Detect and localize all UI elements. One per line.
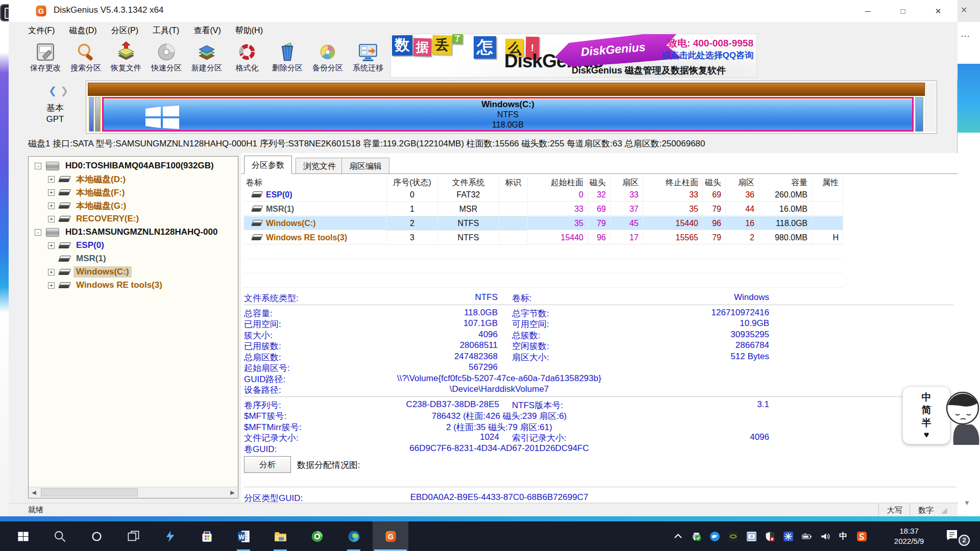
table-header-cell[interactable]: 扇区 <box>726 178 759 188</box>
scrollbar-thumb[interactable] <box>41 488 138 496</box>
table-header-cell[interactable]: 起始柱面 <box>528 178 588 188</box>
background-close-icon[interactable]: ✕ <box>961 5 967 15</box>
expand-toggle-icon[interactable]: + <box>48 203 55 209</box>
table-header-cell[interactable]: 磁头 <box>588 178 610 188</box>
analyze-button[interactable]: 分析 <box>244 456 291 473</box>
taskbar-button[interactable] <box>5 521 41 551</box>
tab[interactable]: 浏览文件 <box>296 158 344 173</box>
table-row[interactable]: Windows(C:) 2 NTFS 35 79 45 15440 96 16 … <box>244 216 843 231</box>
tr-battery-icon[interactable] <box>800 530 813 542</box>
tr-snow-icon[interactable] <box>782 530 794 542</box>
toolbar-button[interactable]: 新建分区 <box>185 40 228 78</box>
tree-item[interactable]: + ESP(0) <box>29 239 238 252</box>
taskbar-button[interactable] <box>79 521 114 551</box>
tab[interactable]: 扇区编辑 <box>341 158 389 173</box>
banner-qq-link[interactable]: 或点击此处选择QQ咨询 <box>635 49 753 61</box>
ime-char[interactable]: 中 <box>922 391 932 404</box>
toolbar-button[interactable]: 保存更改 <box>24 40 67 78</box>
expand-toggle-icon[interactable]: + <box>48 269 55 276</box>
tree-item[interactable]: + 本地磁盘(D:) <box>29 172 238 186</box>
tree-item[interactable]: + 本地磁盘(F:) <box>29 186 238 199</box>
taskbar-button[interactable] <box>189 521 225 551</box>
tree-item[interactable]: + RECOVERY(E:) <box>29 212 238 226</box>
tree-item[interactable]: MSR(1) <box>29 252 238 265</box>
table-header-cell[interactable]: 扇区 <box>610 178 643 188</box>
table-header-cell[interactable]: 属性 <box>812 178 843 188</box>
table-header-cell[interactable]: 序号(状态) <box>387 178 438 188</box>
tr-chevron-icon[interactable] <box>672 530 684 542</box>
tr-bird-icon[interactable] <box>708 530 721 542</box>
table-row[interactable]: ESP(0) 0 FAT32 0 32 33 33 69 36 260.0MB <box>244 188 843 202</box>
table-row[interactable]: MSR(1) 1 MSR 33 69 37 35 79 44 16.0MB <box>244 202 843 216</box>
expand-toggle-icon[interactable]: + <box>48 216 55 222</box>
table-header-cell[interactable]: 磁头 <box>703 178 726 188</box>
toolbar-button[interactable]: 格式化 <box>226 40 268 78</box>
menu-item[interactable]: 工具(T) <box>145 22 186 39</box>
selected-partition-block[interactable]: Windows(C:) NTFS 118.0GB <box>102 97 914 132</box>
tree-item[interactable]: - HD0:TOSHIBAMQ04ABF100(932GB) <box>29 159 238 172</box>
heart-icon[interactable]: ♥ <box>924 429 929 440</box>
expand-toggle-icon[interactable]: + <box>48 282 55 289</box>
tr-nvidia-icon[interactable] <box>727 530 739 542</box>
expand-toggle-icon[interactable]: - <box>35 229 41 236</box>
ime-char[interactable]: 简 <box>922 404 932 416</box>
tree-item[interactable]: + Windows RE tools(3) <box>29 279 238 292</box>
taskbar-button[interactable] <box>299 521 335 551</box>
re-tools-partition-strip[interactable] <box>915 97 923 132</box>
tr-intel-icon[interactable]: i8 <box>745 530 757 542</box>
tr-sogou-icon[interactable] <box>855 530 868 542</box>
toolbar-button[interactable]: 快速分区 <box>145 40 188 78</box>
scroll-left-icon[interactable]: ◀ <box>29 487 39 497</box>
tr-printer-icon[interactable] <box>690 530 702 542</box>
taskbar-button[interactable] <box>262 521 298 551</box>
menu-item[interactable]: 文件(F) <box>21 22 62 39</box>
tree-item[interactable]: - HD1:SAMSUNGMZNLN128HAHQ-000 <box>29 226 238 239</box>
tr-volume-icon[interactable] <box>819 530 831 542</box>
tr-shield-icon[interactable] <box>764 530 776 542</box>
expand-toggle-icon[interactable]: - <box>35 163 41 169</box>
tab[interactable]: 分区参数 <box>244 156 292 174</box>
taskbar-button[interactable] <box>152 521 188 551</box>
ime-sticker[interactable]: 中 简 半 ♥ <box>902 385 980 445</box>
table-header-cell[interactable]: 标识 <box>499 178 528 188</box>
tree-item[interactable]: + 本地磁盘(G:) <box>29 199 238 212</box>
taskbar-button[interactable] <box>42 521 78 551</box>
table-header-cell[interactable]: 终止柱面 <box>643 178 703 188</box>
taskbar-clock[interactable]: 18:37 2022/5/9 <box>881 521 937 551</box>
tree-horizontal-scrollbar[interactable]: ◀ ▶ <box>29 487 238 498</box>
tree-item[interactable]: + Windows(C:) <box>29 265 238 279</box>
toolbar-button[interactable]: 搜索分区 <box>64 40 107 78</box>
toolbar-button[interactable]: 删除分区 <box>266 40 309 78</box>
table-header-cell[interactable]: 卷标 <box>244 178 387 188</box>
minimize-button[interactable]: ─ <box>851 0 884 22</box>
taskbar-button[interactable] <box>115 521 151 551</box>
maximize-button[interactable]: □ <box>887 0 919 22</box>
background-scroll-down-icon[interactable]: ▼ <box>964 499 970 507</box>
scroll-right-icon[interactable]: ▶ <box>227 487 238 497</box>
banner-ad[interactable]: 数 据 丢 了 怎 么 ! DiskGenius DiskGenius 致电: … <box>390 34 757 78</box>
taskbar-button[interactable]: G <box>373 521 408 551</box>
menu-item[interactable]: 帮助(H) <box>228 22 270 39</box>
menu-item[interactable]: 查看(V) <box>186 22 228 39</box>
msr-partition-strip[interactable] <box>95 97 101 132</box>
toolbar-button[interactable]: 系统迁移 <box>347 40 389 78</box>
disk-header-strip[interactable] <box>88 83 925 96</box>
taskbar-button[interactable] <box>336 521 372 551</box>
esp-partition-strip[interactable] <box>89 97 94 132</box>
next-disk-icon[interactable]: ❯ <box>60 85 68 96</box>
table-header-cell[interactable]: 文件系统 <box>438 178 499 188</box>
table-row[interactable]: Windows RE tools(3) 3 NTFS 15440 96 17 1… <box>244 231 843 245</box>
taskbar-button[interactable]: W <box>226 521 261 551</box>
close-button[interactable]: ✕ <box>922 0 954 22</box>
menu-item[interactable]: 磁盘(D) <box>62 22 104 39</box>
expand-toggle-icon[interactable]: + <box>48 176 55 183</box>
background-more-icon[interactable]: ⋯ <box>961 31 970 42</box>
toolbar-button[interactable]: 备份分区 <box>306 40 349 78</box>
menu-item[interactable]: 分区(P) <box>104 22 145 39</box>
toolbar-button[interactable]: 恢复文件 <box>105 40 148 78</box>
table-header-cell[interactable]: 容量 <box>759 178 812 188</box>
tr-ime-icon[interactable]: 中 <box>837 530 849 542</box>
expand-toggle-icon[interactable]: + <box>48 189 55 196</box>
ime-char[interactable]: 半 <box>922 416 932 429</box>
resize-grip[interactable]: ◢ <box>941 506 947 515</box>
